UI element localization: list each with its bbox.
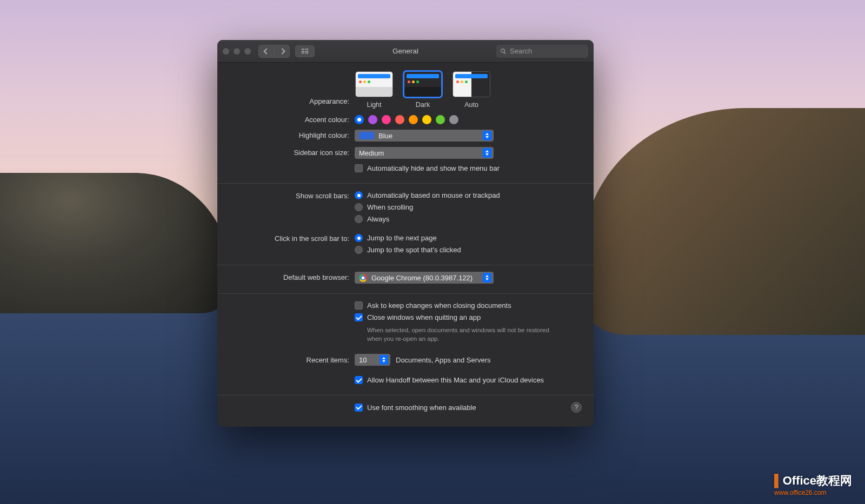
radio-button[interactable] xyxy=(355,234,363,242)
click-scroll-group: Jump to the next pageJump to the spot th… xyxy=(355,233,585,255)
radio-label: Jump to the spot that's clicked xyxy=(367,246,461,254)
appearance-option-label: Light xyxy=(367,101,381,109)
handoff-label: Allow Handoff between this Mac and your … xyxy=(367,376,544,384)
appearance-option-label: Dark xyxy=(416,101,430,109)
search-input[interactable]: Search xyxy=(496,45,588,58)
radio-label: When scrolling xyxy=(367,203,413,211)
recent-items-value: 10 xyxy=(359,356,367,364)
accent-swatch[interactable] xyxy=(368,115,377,124)
highlight-value: Blue xyxy=(378,132,392,140)
label-accent: Accent colour: xyxy=(226,114,355,124)
appearance-thumb-icon xyxy=(404,71,442,97)
appearance-thumb-icon xyxy=(355,71,393,97)
radio-label: Always xyxy=(367,215,389,223)
appearance-option-dark[interactable]: Dark xyxy=(403,71,442,109)
nav-segmented xyxy=(258,45,290,58)
radio-button[interactable] xyxy=(355,215,363,223)
chevron-right-icon xyxy=(279,48,285,54)
watermark: ▌Office教程网 www.office26.com xyxy=(774,473,852,496)
highlight-select[interactable]: Blue xyxy=(355,130,494,142)
label-browser: Default web browser: xyxy=(226,272,355,284)
label-highlight: Highlight colour: xyxy=(226,130,355,142)
radio-label: Jump to the next page xyxy=(367,234,437,242)
label-show-scroll: Show scroll bars: xyxy=(226,190,355,224)
radio-button[interactable] xyxy=(355,203,363,211)
ask-keep-label: Ask to keep changes when closing documen… xyxy=(367,301,511,310)
stepper-icon xyxy=(483,148,491,158)
grid-icon xyxy=(302,49,309,53)
accent-swatch[interactable] xyxy=(449,115,458,124)
stepper-icon xyxy=(483,273,491,283)
accent-swatch[interactable] xyxy=(436,115,445,124)
accent-swatch[interactable] xyxy=(422,115,431,124)
highlight-swatch-icon xyxy=(359,132,374,139)
auto-hide-checkbox[interactable] xyxy=(355,164,363,172)
appearance-options: LightDarkAuto xyxy=(355,71,585,109)
close-windows-checkbox[interactable] xyxy=(355,313,363,321)
close-icon[interactable] xyxy=(223,48,229,55)
search-placeholder: Search xyxy=(510,47,532,55)
appearance-option-light[interactable]: Light xyxy=(355,71,394,109)
titlebar: General Search xyxy=(217,40,594,63)
traffic-lights xyxy=(223,48,251,55)
appearance-option-label: Auto xyxy=(464,101,478,109)
close-windows-label: Close windows when quitting an app xyxy=(367,313,481,321)
auto-hide-label: Automatically hide and show the menu bar xyxy=(367,164,500,172)
accent-swatch[interactable] xyxy=(395,115,404,124)
label-click-scroll: Click in the scroll bar to: xyxy=(226,233,355,255)
appearance-thumb-icon xyxy=(453,71,490,97)
accent-swatch[interactable] xyxy=(355,115,364,124)
accent-swatches xyxy=(355,114,585,124)
radio-button[interactable] xyxy=(355,246,363,254)
close-windows-hint: When selected, open documents and window… xyxy=(355,324,560,343)
preferences-window: General Search Appearance: LightDarkAuto… xyxy=(217,40,594,427)
back-button[interactable] xyxy=(259,45,274,57)
stepper-icon xyxy=(483,131,491,140)
handoff-checkbox[interactable] xyxy=(355,376,363,384)
chevron-left-icon xyxy=(263,48,269,54)
font-smoothing-checkbox[interactable] xyxy=(355,404,363,412)
appearance-option-auto[interactable]: Auto xyxy=(452,71,491,109)
minimize-icon[interactable] xyxy=(234,48,240,55)
help-button[interactable]: ? xyxy=(571,402,582,413)
sidebar-size-select[interactable]: Medium xyxy=(355,147,494,159)
sidebar-size-value: Medium xyxy=(359,149,384,157)
label-sidebar-size: Sidebar icon size: xyxy=(226,147,355,173)
accent-swatch[interactable] xyxy=(409,115,418,124)
recent-items-select[interactable]: 10 xyxy=(355,354,390,366)
browser-value: Google Chrome (80.0.3987.122) xyxy=(371,274,473,282)
chrome-icon xyxy=(359,274,367,282)
search-icon xyxy=(500,48,507,55)
window-title: General xyxy=(315,47,496,55)
browser-select[interactable]: Google Chrome (80.0.3987.122) xyxy=(355,272,494,284)
show-all-button[interactable] xyxy=(295,45,315,57)
content: Appearance: LightDarkAuto Accent colour:… xyxy=(217,63,594,424)
label-appearance: Appearance: xyxy=(226,71,355,109)
scroll-bars-group: Automatically based on mouse or trackpad… xyxy=(355,190,585,224)
font-smoothing-label: Use font smoothing when available xyxy=(367,404,476,412)
radio-label: Automatically based on mouse or trackpad xyxy=(367,191,500,199)
forward-button[interactable] xyxy=(274,45,289,57)
stepper-icon xyxy=(380,355,388,365)
label-recent-items: Recent items: xyxy=(226,354,355,385)
accent-swatch[interactable] xyxy=(382,115,391,124)
recent-items-suffix: Documents, Apps and Servers xyxy=(396,356,491,364)
ask-keep-checkbox[interactable] xyxy=(355,301,363,310)
radio-button[interactable] xyxy=(355,191,363,199)
zoom-icon[interactable] xyxy=(244,48,251,55)
